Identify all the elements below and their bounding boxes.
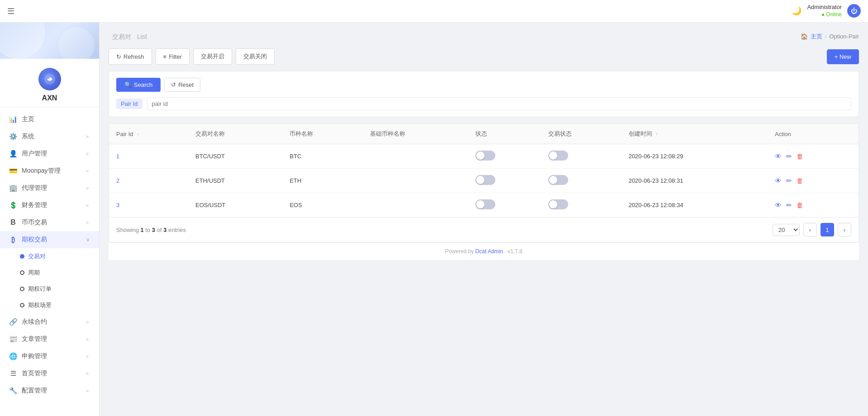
user-name: Administrator [807, 4, 842, 11]
trade-close-button[interactable]: 交易关闭 [236, 48, 275, 65]
pagination-bar: Showing 1 to 3 of 3 entries 20 50 100 ‹ [109, 217, 859, 242]
chevron-right-icon-11: ＞ [85, 387, 90, 395]
next-page-button[interactable]: › [838, 223, 851, 236]
showing-text: Showing 1 to 3 of 3 entries [116, 227, 186, 233]
page-1-button[interactable]: 1 [821, 223, 834, 236]
prev-page-button[interactable]: ‹ [803, 223, 817, 236]
table-body: 1 BTC/USDT BTC 2020-06-23 12:08:29 👁 ✏ 🗑… [109, 144, 859, 217]
agent-icon: 🏢 [9, 184, 17, 192]
sidebar-sub-options-scene[interactable]: 期权场景 [0, 297, 99, 313]
toolbar-left: ↻ Refresh ≡ Filter 交易开启 交易关闭 [109, 48, 275, 65]
cell-trade-status [541, 169, 621, 193]
breadcrumb-home-icon: 🏠 [801, 33, 808, 40]
chevron-right-icon-8: ＞ [85, 336, 90, 343]
sort-icon-pair-id[interactable]: ↑ [137, 132, 139, 137]
sidebar-item-moonpay[interactable]: 💳 Moonpay管理 ＞ [0, 162, 99, 180]
breadcrumb: 🏠 主页 / Option-Pair [801, 33, 859, 41]
footer-link[interactable]: Dcat Admin [475, 248, 503, 255]
cell-status [468, 169, 541, 193]
sidebar-item-subscribe[interactable]: 🌐 申购管理 ＞ [0, 348, 99, 365]
sidebar-sub-trading-pair[interactable]: 交易对 [0, 248, 99, 265]
trade-open-button[interactable]: 交易开启 [193, 48, 232, 65]
chevron-right-icon-5: ＞ [85, 202, 90, 209]
header-right: 🌙 Administrator Online ⏻ [792, 4, 861, 18]
delete-icon[interactable]: 🗑 [797, 152, 803, 160]
trade-status-toggle-0[interactable] [548, 151, 568, 161]
moonpay-icon: 💳 [9, 167, 17, 175]
status-toggle-0[interactable] [475, 151, 495, 161]
home-mgmt-icon: ☰ [9, 369, 17, 378]
page-size-select[interactable]: 20 50 100 [773, 224, 800, 236]
power-button[interactable]: ⏻ [847, 4, 861, 18]
col-pair-id: Pair Id ↑ [109, 124, 188, 144]
cell-action: 👁 ✏ 🗑 [768, 169, 859, 193]
search-input[interactable] [147, 97, 851, 110]
status-toggle-2[interactable] [475, 199, 495, 209]
sidebar-item-config[interactable]: 🔧 配置管理 ＞ [0, 382, 99, 399]
subscribe-icon: 🌐 [9, 352, 17, 360]
sidebar-item-home-mgmt[interactable]: ☰ 首页管理 ＞ [0, 365, 99, 382]
logo-icon [38, 68, 61, 90]
coin-trade-icon: B [9, 218, 17, 227]
sort-icon-created-at[interactable]: ↑ [655, 131, 658, 137]
trade-status-toggle-2[interactable] [548, 199, 568, 209]
status-toggle-1[interactable] [475, 175, 495, 185]
cell-created-at: 2020-06-23 12:08:31 [621, 169, 768, 193]
view-icon[interactable]: 👁 [775, 177, 782, 184]
sidebar-item-options[interactable]: ₿ 期权交易 ∨ [0, 231, 99, 248]
edit-icon[interactable]: ✏ [786, 152, 792, 161]
pair-id-link[interactable]: 3 [116, 202, 119, 208]
trade-status-toggle-1[interactable] [548, 175, 568, 185]
article-icon: 📰 [9, 335, 17, 343]
sidebar-item-home[interactable]: 📊 主页 [0, 111, 99, 128]
sidebar-item-perpetual[interactable]: 🔗 永续合约 ＞ [0, 313, 99, 331]
view-icon[interactable]: 👁 [775, 201, 782, 209]
table-row: 1 BTC/USDT BTC 2020-06-23 12:08:29 👁 ✏ 🗑 [109, 144, 859, 169]
sidebar-sub-period[interactable]: 周期 [0, 265, 99, 281]
sidebar-item-finance[interactable]: 💲 财务管理 ＞ [0, 197, 99, 214]
moon-icon[interactable]: 🌙 [792, 6, 802, 16]
cell-pair-id: 2 [109, 169, 188, 193]
action-icons: 👁 ✏ 🗑 [775, 201, 851, 209]
hamburger-icon[interactable]: ☰ [7, 6, 14, 16]
table-row: 2 ETH/USDT ETH 2020-06-23 12:08:31 👁 ✏ 🗑 [109, 169, 859, 193]
sidebar-item-article[interactable]: 📰 文章管理 ＞ [0, 331, 99, 348]
svg-point-1 [47, 77, 49, 79]
chevron-right-icon: ＞ [85, 133, 90, 141]
toolbar-right: + New [827, 49, 859, 64]
search-button[interactable]: 🔍 Search [116, 78, 161, 92]
refresh-button[interactable]: ↻ Refresh [109, 48, 152, 65]
reset-button[interactable]: ↺ Reset [164, 78, 200, 92]
chevron-right-icon-7: ＞ [85, 318, 90, 326]
sidebar-item-coin-trade[interactable]: B 币币交易 ＞ [0, 214, 99, 231]
cell-created-at: 2020-06-23 12:08:34 [621, 193, 768, 217]
sidebar-item-agent[interactable]: 🏢 代理管理 ＞ [0, 180, 99, 197]
cell-coin: EOS [282, 193, 363, 217]
search-icon: 🔍 [124, 81, 132, 88]
cell-pair-id: 3 [109, 193, 188, 217]
breadcrumb-current: Option-Pair [829, 33, 859, 40]
options-icon: ₿ [9, 236, 17, 244]
sidebar-bg [0, 23, 99, 59]
chevron-right-icon-2: ＞ [85, 150, 90, 158]
delete-icon[interactable]: 🗑 [797, 177, 803, 184]
sidebar-item-user[interactable]: 👤 用户管理 ＞ [0, 145, 99, 162]
filter-icon: ≡ [163, 53, 167, 60]
new-button[interactable]: + New [827, 49, 859, 64]
view-icon[interactable]: 👁 [775, 152, 782, 160]
edit-icon[interactable]: ✏ [786, 201, 792, 209]
delete-icon[interactable]: 🗑 [797, 201, 803, 209]
sidebar: AXN 📊 主页 ⚙️ 系统 ＞ 👤 用户管理 ＞ 💳 Moonpay管理 ＞ … [0, 23, 100, 416]
top-header: ☰ 🌙 Administrator Online ⏻ [0, 0, 868, 23]
edit-icon[interactable]: ✏ [786, 177, 792, 185]
col-created-at: 创建时间 ↑ [621, 124, 768, 144]
filter-button[interactable]: ≡ Filter [156, 48, 190, 65]
sub-dot-scene [20, 303, 24, 307]
pair-id-link[interactable]: 2 [116, 177, 119, 184]
pair-id-link[interactable]: 1 [116, 153, 119, 160]
sidebar-sub-options-order[interactable]: 期权订单 [0, 281, 99, 297]
sidebar-item-system[interactable]: ⚙️ 系统 ＞ [0, 128, 99, 145]
breadcrumb-home-link[interactable]: 主页 [811, 33, 822, 41]
cell-coin: ETH [282, 169, 363, 193]
toolbar: ↻ Refresh ≡ Filter 交易开启 交易关闭 + New [109, 48, 859, 65]
